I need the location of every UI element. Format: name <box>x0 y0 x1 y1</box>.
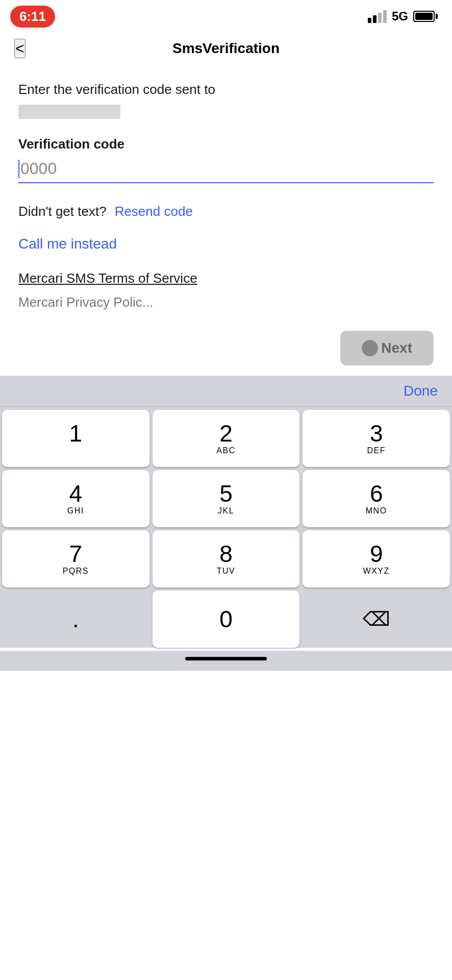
keyboard-toolbar: Done <box>0 376 452 407</box>
key-2[interactable]: 2 ABC <box>153 410 300 467</box>
verification-code-label: Verification code <box>18 136 434 152</box>
key-4[interactable]: 4 GHI <box>2 470 149 527</box>
back-button[interactable]: < <box>14 39 26 58</box>
key-9-number: 9 <box>370 542 383 566</box>
resend-text: Didn't get text? <box>18 204 107 219</box>
key-2-number: 2 <box>219 422 233 445</box>
keypad-row-3: 7 PQRS 8 TUV 9 WXYZ <box>2 530 450 587</box>
code-input-wrapper: 0000 <box>18 159 434 183</box>
call-instead-button[interactable]: Call me instead <box>18 236 434 252</box>
nav-bar: < SmsVerification <box>0 31 452 66</box>
key-8[interactable]: 8 TUV <box>153 530 300 587</box>
network-type-label: 5G <box>392 9 408 23</box>
key-4-number: 4 <box>69 482 83 505</box>
keyboard-done-button[interactable]: Done <box>404 383 438 399</box>
main-content: Enter the verification code sent to Veri… <box>0 66 452 310</box>
phone-number-redacted <box>18 105 120 119</box>
page-title: SmsVerification <box>172 40 280 57</box>
key-6[interactable]: 6 MNO <box>303 470 450 527</box>
keypad-row-2: 4 GHI 5 JKL 6 MNO <box>2 470 450 527</box>
key-3[interactable]: 3 DEF <box>303 410 450 467</box>
key-9[interactable]: 9 WXYZ <box>303 530 450 587</box>
text-cursor <box>18 160 19 178</box>
key-6-letters: MNO <box>366 506 387 516</box>
key-5[interactable]: 5 JKL <box>153 470 300 527</box>
key-period[interactable]: . <box>2 591 149 648</box>
key-7-letters: PQRS <box>63 567 89 576</box>
resend-code-button[interactable]: Resend code <box>115 204 193 219</box>
backspace-button[interactable]: ⌫ <box>303 591 450 648</box>
next-button-area: Next <box>0 321 452 376</box>
key-3-number: 3 <box>370 422 383 445</box>
key-6-number: 6 <box>370 482 383 505</box>
terms-of-service-link[interactable]: Mercari SMS Terms of Service <box>18 271 434 286</box>
key-8-letters: TUV <box>217 567 236 576</box>
key-3-letters: DEF <box>367 446 386 455</box>
battery-icon <box>413 11 438 22</box>
next-button[interactable]: Next <box>340 331 434 365</box>
key-5-number: 5 <box>219 482 233 505</box>
key-1[interactable]: 1 <box>2 410 149 467</box>
key-1-letters <box>74 446 77 455</box>
signal-bars-icon <box>368 10 387 23</box>
key-9-letters: WXYZ <box>363 567 390 576</box>
keypad-row-1: 1 2 ABC 3 DEF <box>2 410 450 467</box>
key-8-number: 8 <box>219 542 233 566</box>
next-button-label: Next <box>381 340 412 356</box>
key-2-letters: ABC <box>216 446 235 455</box>
key-7-number: 7 <box>69 542 83 566</box>
home-indicator-bar <box>185 657 267 660</box>
key-0-number: 0 <box>219 607 233 631</box>
key-4-letters: GHI <box>67 506 84 516</box>
instruction-text: Enter the verification code sent to <box>18 82 434 97</box>
status-time: 6:11 <box>10 6 55 28</box>
status-bar: 6:11 5G <box>0 0 452 31</box>
next-button-icon <box>362 340 378 356</box>
privacy-policy-partial: Mercari Privacy Polic... <box>18 295 434 310</box>
code-display-value: 0000 <box>20 159 57 178</box>
home-indicator-area <box>0 651 452 671</box>
key-period-symbol: . <box>72 607 79 631</box>
numeric-keypad: 1 2 ABC 3 DEF 4 GHI 5 JKL 6 MNO 7 PQRS <box>0 407 452 648</box>
keypad-row-4: . 0 ⌫ <box>2 591 450 648</box>
key-1-number: 1 <box>69 422 83 445</box>
key-7[interactable]: 7 PQRS <box>2 530 149 587</box>
resend-row: Didn't get text? Resend code <box>18 204 434 219</box>
key-5-letters: JKL <box>218 506 234 516</box>
status-right: 5G <box>368 9 438 23</box>
backspace-icon: ⌫ <box>363 608 390 630</box>
key-0[interactable]: 0 <box>153 591 300 648</box>
